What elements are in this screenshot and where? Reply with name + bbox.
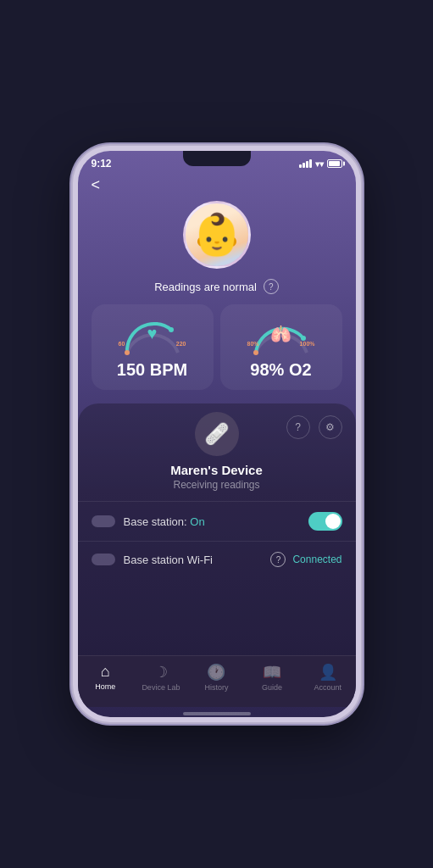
wifi-row: Base station Wi-Fi ? Connected <box>78 541 356 577</box>
heart-rate-value: 150 BPM <box>117 360 187 380</box>
gauge-max-label: 220 <box>176 341 186 347</box>
device-icon-circle: 🩹 <box>195 412 239 456</box>
lungs-icon: 🫁 <box>270 324 291 344</box>
avatar-container <box>92 201 342 269</box>
nav-label-guide: Guide <box>262 683 282 692</box>
wifi-status-text: Connected <box>292 554 341 565</box>
status-time: 9:12 <box>92 158 112 170</box>
device-info: Maren's Device Receiving readings <box>78 456 356 501</box>
baby-photo <box>186 203 248 266</box>
device-settings-button[interactable]: ⚙ <box>319 415 342 439</box>
account-icon: 👤 <box>319 663 337 682</box>
phone-frame: 9:12 ▾▾ < <box>73 146 361 722</box>
svg-point-1 <box>169 327 174 332</box>
nav-item-guide[interactable]: 📖 Guide <box>244 661 300 693</box>
nav-label-device-lab: Device Lab <box>142 683 180 692</box>
oxygen-gauge: 80% 100% 🫁 <box>247 314 315 357</box>
base-station-toggle[interactable] <box>308 512 342 531</box>
nav-label-history: History <box>204 683 228 692</box>
bottom-section: 🩹 ? ⚙ Maren's Device Receiving readings … <box>78 403 356 655</box>
avatar <box>183 201 251 269</box>
signal-bars-icon <box>299 159 312 168</box>
nav-item-device-lab[interactable]: ☽ Device Lab <box>133 661 189 693</box>
heart-rate-gauge: 60 220 ♥ <box>119 314 186 357</box>
device-actions: ? ⚙ <box>286 415 342 439</box>
device-lab-icon: ☽ <box>154 663 168 682</box>
notch <box>183 151 251 166</box>
home-icon: ⌂ <box>101 663 110 681</box>
history-icon: 🕐 <box>207 663 225 682</box>
wifi-help-icon[interactable]: ? <box>270 552 286 567</box>
svg-point-2 <box>253 350 258 355</box>
base-station-label: Base station: On <box>124 515 308 528</box>
nav-bar: ⌂ Home ☽ Device Lab 🕐 History 📖 Guide 👤 … <box>78 655 356 707</box>
device-status-text: Receiving readings <box>78 479 356 491</box>
nav-label-account: Account <box>314 683 341 692</box>
heart-rate-card: 60 220 ♥ 150 BPM <box>92 304 214 390</box>
toggle-knob <box>325 514 341 529</box>
reading-status-row: Readings are normal ? <box>92 279 342 294</box>
device-header: 🩹 ? ⚙ <box>78 403 356 456</box>
device-sensor-icon: 🩹 <box>204 422 230 446</box>
wifi-label: Base station Wi-Fi <box>124 554 271 566</box>
guide-icon: 📖 <box>263 663 281 682</box>
wifi-icon: ▾▾ <box>315 159 324 169</box>
nav-label-home: Home <box>95 682 115 691</box>
nav-item-history[interactable]: 🕐 History <box>189 661 245 693</box>
reading-status-text: Readings are normal <box>154 281 257 293</box>
status-help-icon[interactable]: ? <box>264 279 279 294</box>
battery-icon <box>327 159 342 168</box>
base-station-toggle-row: Base station: On <box>78 501 356 541</box>
phone-screen: 9:12 ▾▾ < <box>78 151 356 717</box>
base-station-status: On <box>190 515 204 528</box>
status-icons: ▾▾ <box>299 159 342 169</box>
gauge-min-label: 60 <box>119 341 125 347</box>
o2-gauge-max-label: 100% <box>300 341 315 347</box>
heart-icon: ♥ <box>147 324 158 343</box>
oxygen-value: 98% O2 <box>250 360 311 380</box>
wifi-setting-icon <box>92 554 115 565</box>
metrics-grid: 60 220 ♥ 150 BPM 8 <box>92 304 342 390</box>
back-button[interactable]: < <box>92 173 101 198</box>
nav-item-account[interactable]: 👤 Account <box>300 661 356 693</box>
nav-item-home[interactable]: ⌂ Home <box>78 661 134 693</box>
top-section: < Readings are normal ? <box>78 173 356 403</box>
oxygen-card: 80% 100% 🫁 98% O2 <box>220 304 342 390</box>
device-help-button[interactable]: ? <box>286 415 310 439</box>
svg-point-0 <box>125 350 130 355</box>
o2-gauge-min-label: 80% <box>247 341 259 347</box>
home-indicator <box>183 712 251 715</box>
device-name: Maren's Device <box>78 463 356 477</box>
base-station-icon <box>92 515 115 527</box>
status-bar: 9:12 ▾▾ <box>78 151 356 173</box>
